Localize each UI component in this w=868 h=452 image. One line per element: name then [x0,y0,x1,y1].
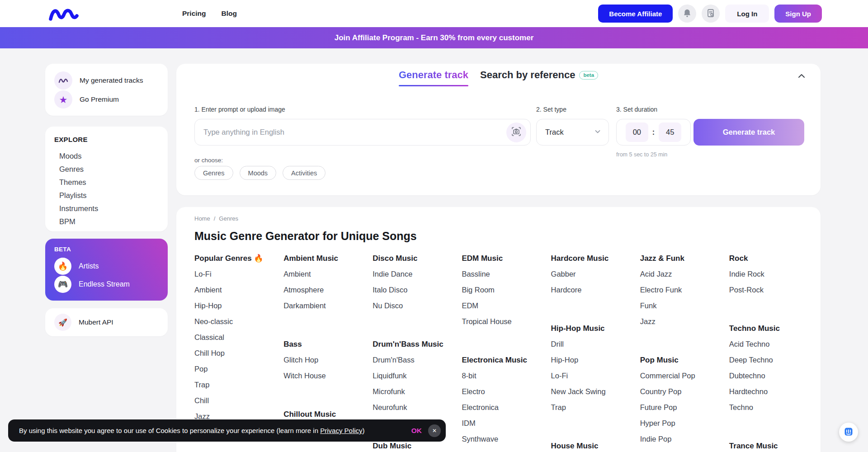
genre-link[interactable]: Synthwave [462,431,551,447]
genre-link[interactable]: Hip-Hop [194,298,283,314]
genre-link[interactable]: Indie Rock [729,266,818,282]
explore-link[interactable]: Themes [54,176,168,189]
camera-icon [511,126,522,139]
genre-link[interactable]: Electronica [462,400,551,415]
genre-link[interactable]: Darkambient [283,298,373,314]
become-affiliate-button[interactable]: Become Affiliate [598,5,673,23]
genre-link[interactable]: Bassline [462,266,551,282]
genre-link[interactable]: Hip-Hop [551,352,640,368]
genre-link[interactable]: Dubtechno [729,368,818,384]
genre-link[interactable]: Ambient [194,282,283,298]
genre-link[interactable]: Funk [640,298,729,314]
genre-link[interactable]: Big Room [462,282,551,298]
upload-image-button[interactable] [506,122,526,142]
genre-link[interactable]: Hardtechno [729,384,818,400]
genre-link[interactable]: Drill [551,336,640,352]
genre-link[interactable]: Glitch Hop [283,352,373,368]
genre-link[interactable]: Chill [194,393,283,409]
genre-link[interactable]: Deep Techno [729,352,818,368]
genre-link[interactable]: Post-Rock [729,282,818,298]
genre-link[interactable]: Techno [729,400,818,415]
genre-link[interactable]: New Jack Swing [551,384,640,400]
signup-button[interactable]: Sign Up [774,5,822,23]
genre-link[interactable]: Jazz [640,314,729,330]
explore-link[interactable]: Instruments [54,202,168,215]
nav-link[interactable]: Blog [222,9,237,18]
genre-link[interactable]: EDM [462,298,551,314]
genre-link[interactable]: Tropical House [462,314,551,330]
genre-link[interactable]: Trap [551,400,640,415]
breadcrumb-home[interactable]: Home [194,215,210,222]
genre-section-title: Hardcore Music [551,250,640,266]
sidebar-item-endless-stream[interactable]: 🎮 Endless Stream [54,275,159,293]
genre-link[interactable]: Italo Disco [373,282,462,298]
prompt-input[interactable] [195,128,506,137]
explore-link[interactable]: Playlists [54,189,168,202]
genre-link[interactable]: 8-bit [462,368,551,384]
privacy-policy-link[interactable]: Privacy Policy [320,427,362,434]
genre-link[interactable]: IDM [462,415,551,431]
genre-link[interactable]: Electro [462,384,551,400]
genre-link[interactable]: Future Pop [640,400,729,415]
cookie-ok-button[interactable]: OK [411,427,422,435]
tab-search-by-reference[interactable]: Search by reference beta [480,64,598,86]
cookie-close-button[interactable]: ✕ [428,424,441,437]
nav-link[interactable]: Pricing [182,9,206,18]
genre-link[interactable]: Drum'n'Bass [373,352,462,368]
category-chip[interactable]: Activities [283,166,326,180]
category-chip[interactable]: Genres [194,166,233,180]
genre-link[interactable]: Microfunk [373,384,462,400]
genre-link[interactable]: Atmosphere [283,282,373,298]
notifications-button[interactable] [678,5,696,23]
genre-link[interactable]: Pop [194,361,283,377]
generator-panel: Generate track Search by reference beta … [176,64,821,195]
genre-link[interactable]: Indie Pop [640,431,729,447]
generate-track-button[interactable]: Generate track [693,119,804,146]
duration-minutes-input[interactable] [626,122,648,142]
genre-link[interactable]: Acid Techno [729,336,818,352]
login-button[interactable]: Log In [725,5,769,23]
type-step-label: 2. Set type [536,106,566,113]
genre-link[interactable]: Neo-classic [194,314,283,330]
sidebar-item-my-generated-tracks[interactable]: My generated tracks [54,71,159,89]
genre-link[interactable]: Witch House [283,368,373,384]
sidebar-item-artists[interactable]: 🔥 Artists [54,257,159,275]
genre-link[interactable]: Hyper Pop [640,415,729,431]
tab-generate-track[interactable]: Generate track [399,64,468,86]
duration-separator: : [652,128,655,137]
explore-link[interactable]: BPM [54,215,168,228]
genre-link[interactable]: Neurofunk [373,400,462,415]
genre-link[interactable]: Gabber [551,266,640,282]
collapse-panel-button[interactable] [795,70,808,83]
category-chip[interactable]: Moods [240,166,277,180]
genre-link[interactable]: K-pop [640,447,729,452]
chat-launcher-button[interactable] [839,423,858,442]
genre-link[interactable]: Acid Jazz [640,266,729,282]
sidebar-api-card[interactable]: 🚀 Mubert API [45,308,168,336]
genre-link[interactable]: Indie Dance [373,266,462,282]
genre-link[interactable]: Hardcore [551,282,640,298]
genre-link[interactable]: Commercial Pop [640,368,729,384]
explore-link[interactable]: Moods [54,150,168,163]
duration-seconds-input[interactable] [659,122,681,142]
sidebar-item-label: Mubert API [79,318,113,326]
genre-link[interactable]: Chill Hop [194,345,283,361]
genre-link[interactable]: Liquidfunk [373,368,462,384]
genre-link[interactable]: Classical [194,330,283,345]
genre-link[interactable]: Ambient [283,266,373,282]
genre-link[interactable]: Trap [194,377,283,393]
mubert-logo-icon[interactable] [49,5,79,22]
genre-link[interactable]: Nu Disco [373,298,462,314]
sidebar-item-go-premium[interactable]: ★ Go Premium [54,90,159,108]
genre-section-title: Jazz & Funk [640,250,729,266]
genre-link[interactable]: Lo-Fi [551,368,640,384]
genre-link[interactable]: Country Pop [640,384,729,400]
genre-link[interactable]: Lo-Fi [194,266,283,282]
affiliate-promo-banner[interactable]: Join Affiliate Program - Earn 30% from e… [0,27,868,48]
type-select[interactable]: Track [536,119,609,146]
main-nav: PricingBlog [182,0,237,27]
explore-link[interactable]: Genres [54,163,168,176]
license-search-button[interactable] [702,5,720,23]
genre-link[interactable]: Electro Funk [640,282,729,298]
genre-section: Pop MusicCommercial PopCountry PopFuture… [640,352,729,452]
